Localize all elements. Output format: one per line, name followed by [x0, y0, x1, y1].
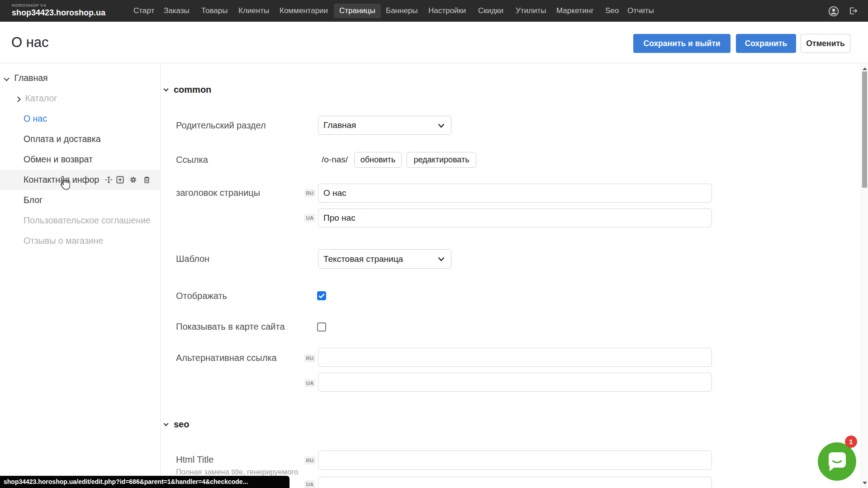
link-update-button[interactable]: обновить [354, 152, 402, 168]
nav-item-start[interactable]: Старт [133, 0, 154, 22]
logo-domain: shop34423.horoshop.ua [12, 8, 105, 18]
html-title-ru-input[interactable] [318, 450, 712, 470]
lang-chip-ru: RU [304, 456, 315, 464]
page-edit-form: common Родительский раздел Главная Ссылк… [161, 64, 861, 488]
chat-bubble-icon [818, 442, 856, 481]
display-checkbox[interactable] [317, 291, 326, 300]
tree-item-blog[interactable]: Блог [24, 190, 43, 210]
lang-chip-ru: RU [304, 189, 315, 197]
alt-link-label: Альтернативная ссылка [176, 348, 277, 367]
page-title: О нас [11, 34, 49, 51]
chevron-down-icon [163, 86, 168, 91]
template-label: Шаблон [176, 249, 209, 269]
link-edit-button[interactable]: редактировать [407, 152, 476, 168]
sitemap-label: Показывать в карте сайта [176, 317, 285, 336]
link-label: Ссылка [176, 150, 208, 169]
lang-chip-ua: UA [304, 379, 315, 387]
chat-launcher-button[interactable] [818, 442, 856, 481]
status-url-tooltip: shop34423.horoshop.ua/edit/edit.php?id=6… [0, 476, 289, 488]
tree-item-soglashenie[interactable]: Пользовательское соглашение [24, 210, 151, 231]
lang-chip-ua: UA [304, 214, 315, 222]
move-icon[interactable] [104, 175, 113, 184]
save-exit-button[interactable]: Сохранить и выйти [633, 34, 730, 53]
top-nav: HOROSHOP V4 shop34423.horoshop.ua Старт … [0, 0, 868, 22]
chevron-down-icon [438, 257, 445, 261]
html-title-hint: Полная замена title, генерируемого [176, 468, 298, 476]
logout-icon[interactable] [848, 6, 859, 17]
nav-item-settings[interactable]: Настройки [428, 0, 466, 22]
nav-item-orders[interactable]: Заказы [164, 0, 190, 22]
page-title-ua-input[interactable] [318, 208, 712, 227]
html-title-label: Html Title [176, 455, 213, 464]
tree-item-o-nas[interactable]: О нас [24, 109, 47, 129]
lang-chip-ua: UA [304, 480, 315, 488]
logo-version: HOROSHOP V4 [12, 3, 105, 8]
parent-section-select[interactable]: Главная [318, 116, 451, 135]
chevron-right-icon[interactable] [15, 96, 21, 102]
nav-item-clients[interactable]: Клиенты [238, 0, 269, 22]
add-subpage-icon[interactable] [116, 175, 124, 184]
user-avatar-icon[interactable] [828, 6, 839, 17]
nav-item-products[interactable]: Товары [201, 0, 228, 22]
nav-item-discounts[interactable]: Скидки [478, 0, 503, 22]
nav-item-seo[interactable]: Seo [605, 0, 619, 22]
tree-item-katalog[interactable]: Каталог [16, 88, 57, 109]
logo[interactable]: HOROSHOP V4 shop34423.horoshop.ua [12, 3, 105, 18]
tree-item-obmen[interactable]: Обмен и возврат [24, 149, 93, 170]
nav-item-banners[interactable]: Баннеры [386, 0, 418, 22]
lang-chip-ru: RU [304, 354, 315, 362]
tree-item-glavnaya[interactable]: Главная [5, 68, 48, 88]
chat-unread-badge: 1 [845, 436, 857, 448]
parent-section-label: Родительский раздел [176, 116, 266, 135]
alt-link-ua-input[interactable] [318, 373, 712, 392]
save-button[interactable]: Сохранить [736, 34, 796, 53]
nav-item-comments[interactable]: Комментарии [280, 0, 328, 22]
nav-item-marketing[interactable]: Маркетинг [556, 0, 594, 22]
settings-gear-icon[interactable] [129, 175, 138, 184]
delete-trash-icon[interactable] [142, 175, 151, 184]
section-seo[interactable]: seo [164, 419, 189, 430]
nav-item-reports[interactable]: Отчеты [627, 0, 654, 22]
tree-item-oplata[interactable]: Оплата и доставка [24, 129, 101, 149]
mouse-cursor-hand [57, 176, 70, 193]
display-label: Отображать [176, 286, 227, 305]
nav-item-pages[interactable]: Страницы [334, 4, 381, 18]
template-select[interactable]: Текстовая страница [318, 249, 451, 269]
nav-item-utilities[interactable]: Утилиты [516, 0, 546, 22]
scroll-down-arrow[interactable] [863, 482, 867, 484]
scroll-up-arrow[interactable] [863, 67, 867, 70]
chevron-down-icon [163, 421, 168, 426]
pages-tree-sidebar: Главная Каталог О нас Оплата и доставка … [0, 64, 161, 488]
html-title-ua-input[interactable] [318, 477, 712, 488]
sitemap-checkbox[interactable] [317, 322, 326, 332]
cancel-button[interactable]: Отменить [801, 34, 850, 53]
alt-link-ru-input[interactable] [318, 348, 712, 367]
link-path: /o-nas/ [322, 150, 348, 169]
vertical-scrollbar[interactable] [861, 64, 868, 488]
page-title-ru-input[interactable] [318, 184, 712, 203]
section-common[interactable]: common [164, 85, 211, 95]
scroll-thumb[interactable] [862, 71, 867, 188]
page-header: О нас Сохранить и выйти Сохранить Отмени… [0, 22, 868, 63]
chevron-down-icon [438, 123, 445, 128]
tree-item-otzyvy[interactable]: Отзывы о магазине [24, 231, 103, 251]
page-title-label: заголовок страницы [176, 183, 260, 202]
chevron-down-icon[interactable] [4, 76, 9, 81]
